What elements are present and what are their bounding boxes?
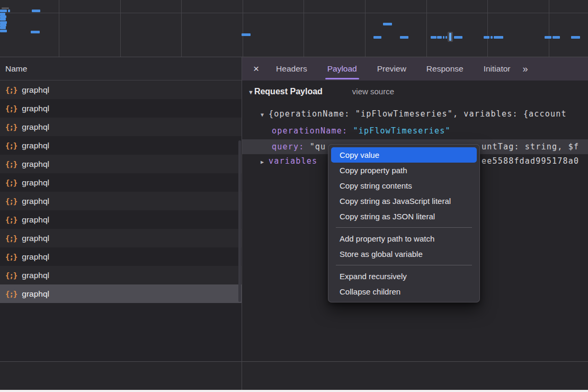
gridline [59, 0, 59, 57]
scrollbar-thumb[interactable] [238, 140, 241, 302]
request-name-label: graphql [22, 289, 49, 299]
request-name-label: graphql [22, 271, 49, 280]
request-name-label: graphql [22, 252, 49, 262]
request-payload-title: Request Payload [254, 87, 323, 96]
menu-item-copy-property-path[interactable]: Copy property path [331, 163, 477, 178]
property-key: operationName: [272, 126, 348, 136]
json-braces-icon: {;} [5, 253, 17, 261]
waterfall-bar [0, 26, 6, 29]
waterfall-bar [383, 23, 392, 25]
payload-root-node[interactable]: ▼{operationName: "ipFlowTimeseries", var… [261, 108, 567, 121]
property-key: query: [272, 142, 304, 152]
waterfall-bar [0, 18, 6, 21]
gridline [243, 0, 243, 57]
json-braces-icon: {;} [5, 141, 17, 150]
gridline [304, 0, 304, 57]
request-row[interactable]: {;}graphql [0, 229, 242, 247]
waterfall-bar [454, 36, 462, 39]
waterfall-bar [373, 36, 381, 39]
waterfall-bar [32, 10, 40, 12]
menu-item-copy-string-as-json-literal[interactable]: Copy string as JSON literal [331, 209, 477, 224]
payload-variables-node[interactable]: ▶variables [261, 155, 317, 168]
request-name-label: graphql [22, 85, 49, 95]
more-tabs-icon[interactable]: » [523, 64, 536, 75]
menu-item-copy-string-as-javascript-literal[interactable]: Copy string as JavaScript literal [331, 193, 477, 209]
waterfall-bar [400, 36, 408, 39]
request-row[interactable]: {;}graphql [0, 81, 242, 99]
collapse-triangle-icon[interactable]: ▼ [261, 112, 264, 118]
gridline [549, 0, 549, 57]
column-header-name[interactable]: Name [0, 57, 242, 81]
request-row[interactable]: {;}graphql [0, 173, 242, 192]
menu-item-store-as-global-variable[interactable]: Store as global variable [331, 246, 477, 262]
gridline [365, 0, 366, 57]
request-name-label: graphql [22, 178, 49, 188]
menu-item-copy-string-contents[interactable]: Copy string contents [331, 178, 477, 193]
tab-payload[interactable]: Payload [317, 57, 367, 81]
tab-initiator[interactable]: Initiator [474, 57, 521, 81]
network-overview-timeline[interactable] [0, 0, 588, 57]
request-row[interactable]: {;}graphql [0, 136, 242, 155]
json-braces-icon: {;} [5, 179, 17, 187]
close-icon[interactable]: × [253, 57, 259, 81]
tab-response[interactable]: Response [416, 57, 474, 81]
detail-tabbar: × HeadersPayloadPreviewResponseInitiator… [242, 57, 588, 81]
request-list-panel: Name {;}graphql{;}graphql{;}graphql{;}gr… [0, 57, 242, 390]
json-braces-icon: {;} [5, 160, 17, 168]
gridline [181, 0, 182, 57]
waterfall-bar [437, 36, 442, 39]
request-row[interactable]: {;}graphql [0, 247, 242, 266]
view-source-link[interactable]: view source [352, 87, 394, 96]
json-braces-icon: {;} [5, 123, 17, 131]
request-row[interactable]: {;}graphql [0, 155, 242, 173]
overview-lane-divider [0, 13, 588, 13]
variables-preview-fragment: ee5588fdad995178a0 [482, 155, 579, 167]
waterfall-bar [242, 33, 251, 36]
menu-item-copy-value[interactable]: Copy value [331, 147, 477, 163]
waterfall-bar [571, 36, 580, 39]
json-braces-icon: {;} [5, 86, 17, 94]
tab-preview[interactable]: Preview [367, 57, 416, 81]
expand-triangle-icon[interactable]: ▶ [261, 159, 264, 165]
request-row[interactable]: {;}graphql [0, 99, 242, 118]
property-value-left-fragment: "qu [310, 142, 326, 152]
waterfall-bar [8, 10, 10, 12]
menu-item-collapse-children[interactable]: Collapse children [331, 284, 477, 299]
gridline [426, 0, 427, 57]
request-name-label: graphql [22, 141, 49, 150]
json-braces-icon: {;} [5, 197, 17, 206]
menu-item-add-property-path-to-watch[interactable]: Add property path to watch [331, 231, 477, 246]
request-name-label: graphql [22, 215, 49, 225]
menu-item-expand-recursively[interactable]: Expand recursively [331, 269, 477, 284]
request-row[interactable]: {;}graphql [0, 118, 242, 136]
waterfall-bar [443, 36, 444, 39]
gridline [487, 0, 488, 57]
waterfall-bar [31, 31, 40, 33]
request-rows: {;}graphql{;}graphql{;}graphql{;}graphql… [0, 81, 242, 303]
payload-query-node[interactable]: query: "qu [272, 141, 326, 153]
panel-splitter[interactable] [242, 57, 242, 390]
menu-separator [336, 227, 472, 228]
request-row[interactable]: {;}graphql [0, 266, 242, 284]
summary-bar-divider [0, 361, 588, 362]
waterfall-bar [494, 36, 503, 39]
tab-headers[interactable]: Headers [266, 57, 317, 81]
waterfall-bar [0, 10, 7, 12]
request-payload-section-header[interactable]: ▼Request Payloadview source [248, 87, 394, 96]
request-row[interactable]: {;}graphql [0, 210, 242, 229]
waterfall-bar [484, 36, 489, 39]
column-header-name-label: Name [5, 64, 27, 73]
property-value: "ipFlowTimeseries" [353, 126, 450, 136]
json-braces-icon: {;} [5, 290, 17, 298]
waterfall-bar [553, 36, 560, 39]
collapse-triangle-icon[interactable]: ▼ [248, 89, 254, 95]
request-name-label: graphql [22, 234, 49, 243]
property-value-right-fragment: untTag: string, $f [482, 141, 579, 153]
payload-operation-name-node[interactable]: operationName: "ipFlowTimeseries" [272, 125, 451, 137]
waterfall-bar [491, 36, 493, 39]
waterfall-bar [2, 7, 9, 9]
request-row[interactable]: {;}graphql [0, 284, 242, 303]
request-row[interactable]: {;}graphql [0, 192, 242, 210]
json-braces-icon: {;} [5, 216, 17, 224]
waterfall-bar [431, 36, 436, 39]
